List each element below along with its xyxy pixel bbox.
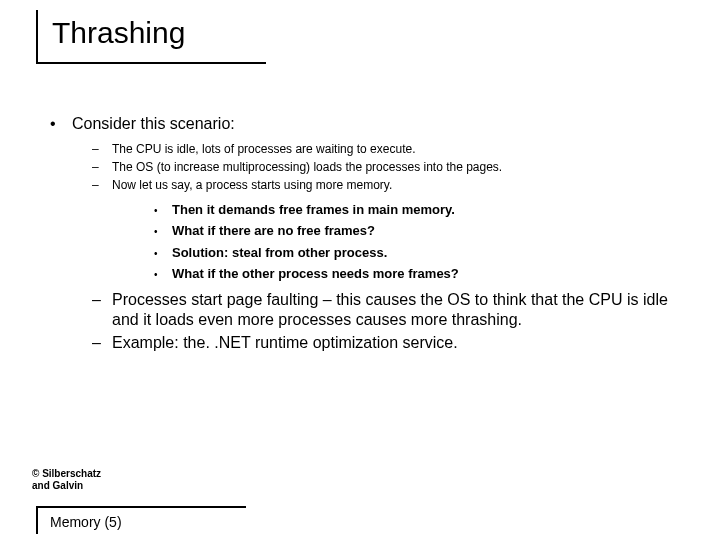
level3-text: What if the other process needs more fra… — [172, 264, 459, 284]
dash-icon: – — [92, 290, 112, 332]
bullet-dot-icon: • — [154, 200, 172, 220]
dash-icon: – — [92, 177, 112, 193]
bullet-level2-big: – Processes start page faulting – this c… — [92, 290, 690, 332]
level2-text: The CPU is idle, lots of processes are w… — [112, 141, 415, 157]
copyright-line: and Galvin — [32, 480, 101, 492]
level2-text: Example: the. .NET runtime optimization … — [112, 333, 458, 354]
level2-text: Now let us say, a process starts using m… — [112, 177, 392, 193]
bullet-level3: • What if the other process needs more f… — [154, 264, 690, 284]
level2-text: Processes start page faulting – this cau… — [112, 290, 690, 332]
bullet-level1: • Consider this scenario: — [50, 115, 690, 133]
bullet-dot-icon: • — [154, 264, 172, 284]
footer-text: Memory (5) — [50, 514, 246, 530]
slide-body: • Consider this scenario: – The CPU is i… — [50, 115, 690, 356]
bullet-level2-big: – Example: the. .NET runtime optimizatio… — [92, 333, 690, 354]
dash-icon: – — [92, 141, 112, 157]
copyright: © Silberschatz and Galvin — [32, 468, 101, 492]
level3-text: What if there are no free frames? — [172, 221, 375, 241]
bullet-dot-icon: • — [50, 115, 72, 133]
level2-group: – The CPU is idle, lots of processes are… — [92, 141, 690, 354]
level2-text: The OS (to increase multiprocessing) loa… — [112, 159, 502, 175]
dash-icon: – — [92, 159, 112, 175]
level3-text: Then it demands free frames in main memo… — [172, 200, 455, 220]
footer-frame: Memory (5) — [36, 506, 246, 534]
bullet-dot-icon: • — [154, 243, 172, 263]
level3-group: • Then it demands free frames in main me… — [154, 200, 690, 284]
bullet-level3: • What if there are no free frames? — [154, 221, 690, 241]
bullet-dot-icon: • — [154, 221, 172, 241]
bullet-level2: – Now let us say, a process starts using… — [92, 177, 690, 193]
copyright-line: © Silberschatz — [32, 468, 101, 480]
title-frame: Thrashing — [36, 10, 266, 64]
bullet-level3: • Solution: steal from other process. — [154, 243, 690, 263]
slide-title: Thrashing — [52, 16, 266, 50]
level1-text: Consider this scenario: — [72, 115, 235, 133]
level3-text: Solution: steal from other process. — [172, 243, 387, 263]
dash-icon: – — [92, 333, 112, 354]
bullet-level2: – The CPU is idle, lots of processes are… — [92, 141, 690, 157]
bullet-level2: – The OS (to increase multiprocessing) l… — [92, 159, 690, 175]
bullet-level3: • Then it demands free frames in main me… — [154, 200, 690, 220]
